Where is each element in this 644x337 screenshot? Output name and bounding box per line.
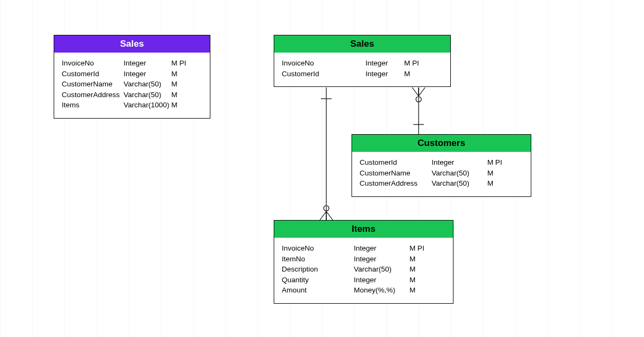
col-type: Integer: [354, 254, 409, 265]
col-flags: M: [409, 275, 445, 285]
col-type: Varchar(50): [431, 168, 487, 179]
col-flags: M: [171, 79, 202, 90]
col-name: Amount: [282, 285, 354, 296]
col-type: Varchar(50): [123, 90, 171, 100]
col-name: Items: [62, 100, 123, 111]
entity-row: CustomerIdIntegerM: [62, 69, 202, 79]
col-name: InvoiceNo: [282, 243, 354, 254]
col-flags: M: [487, 178, 523, 189]
entity-row: CustomerAddressVarchar(50)M: [62, 90, 202, 100]
col-type: Varchar(50): [123, 79, 171, 90]
col-type: Varchar(50): [354, 264, 409, 275]
col-flags: M: [409, 254, 445, 265]
col-name: Description: [282, 264, 354, 275]
col-type: Integer: [354, 243, 409, 254]
entity-row: CustomerAddressVarchar(50)M: [360, 178, 523, 189]
svg-point-4: [416, 97, 421, 102]
entity-body: InvoiceNoIntegerM PI ItemNoIntegerM Desc…: [274, 238, 453, 303]
col-type: Integer: [365, 58, 404, 69]
entity-row: ItemNoIntegerM: [282, 254, 445, 265]
col-type: Varchar(1000): [123, 100, 171, 111]
entity-row: ItemsVarchar(1000)M: [62, 100, 202, 111]
entity-row: CustomerIdIntegerM PI: [360, 157, 523, 168]
col-type: Integer: [354, 275, 409, 285]
entity-row: CustomerIdIntegerM: [282, 69, 443, 79]
col-type: Varchar(50): [431, 178, 487, 189]
col-name: CustomerId: [62, 69, 123, 79]
entity-row: AmountMoney(%,%)M: [282, 285, 445, 296]
col-name: CustomerId: [360, 157, 431, 168]
svg-point-2: [324, 206, 329, 211]
col-flags: M: [409, 285, 445, 296]
col-flags: M PI: [404, 58, 443, 69]
col-flags: M: [487, 168, 523, 179]
entity-header: Sales: [54, 35, 210, 53]
entity-body: InvoiceNoIntegerM PI CustomerIdIntegerM …: [54, 53, 210, 118]
entity-body: CustomerIdIntegerM PI CustomerNameVarcha…: [352, 152, 531, 196]
col-name: CustomerAddress: [360, 178, 431, 189]
entity-items: Items InvoiceNoIntegerM PI ItemNoInteger…: [274, 220, 453, 304]
entity-customers: Customers CustomerIdIntegerM PI Customer…: [352, 134, 531, 197]
entity-header: Items: [274, 221, 453, 238]
entity-row: InvoiceNoIntegerM PI: [62, 58, 202, 69]
col-type: Money(%,%): [354, 285, 409, 296]
col-type: Integer: [123, 58, 171, 69]
col-flags: M: [409, 264, 445, 275]
col-flags: M PI: [171, 58, 202, 69]
entity-body: InvoiceNoIntegerM PI CustomerIdIntegerM: [274, 53, 450, 86]
entity-row: InvoiceNoIntegerM PI: [282, 243, 445, 254]
col-flags: M PI: [487, 157, 523, 168]
col-type: Integer: [123, 69, 171, 79]
entity-header: Sales: [274, 35, 450, 53]
entity-row: CustomerNameVarchar(50)M: [62, 79, 202, 90]
col-type: Integer: [365, 69, 404, 79]
col-flags: M: [171, 69, 202, 79]
col-name: InvoiceNo: [282, 58, 365, 69]
entity-sales-green: Sales InvoiceNoIntegerM PI CustomerIdInt…: [274, 35, 451, 87]
col-name: CustomerAddress: [62, 90, 123, 100]
col-flags: M: [404, 69, 443, 79]
col-name: ItemNo: [282, 254, 354, 265]
col-type: Integer: [431, 157, 487, 168]
col-flags: M PI: [409, 243, 445, 254]
entity-row: DescriptionVarchar(50)M: [282, 264, 445, 275]
entity-sales-purple: Sales InvoiceNoIntegerM PI CustomerIdInt…: [54, 35, 210, 119]
col-name: CustomerName: [360, 168, 431, 179]
col-flags: M: [171, 90, 202, 100]
entity-header: Customers: [352, 135, 531, 152]
entity-row: CustomerNameVarchar(50)M: [360, 168, 523, 179]
col-name: CustomerName: [62, 79, 123, 90]
col-name: InvoiceNo: [62, 58, 123, 69]
col-flags: M: [171, 100, 202, 111]
entity-row: InvoiceNoIntegerM PI: [282, 58, 443, 69]
col-name: Quantity: [282, 275, 354, 285]
entity-row: QuantityIntegerM: [282, 275, 445, 285]
col-name: CustomerId: [282, 69, 365, 79]
